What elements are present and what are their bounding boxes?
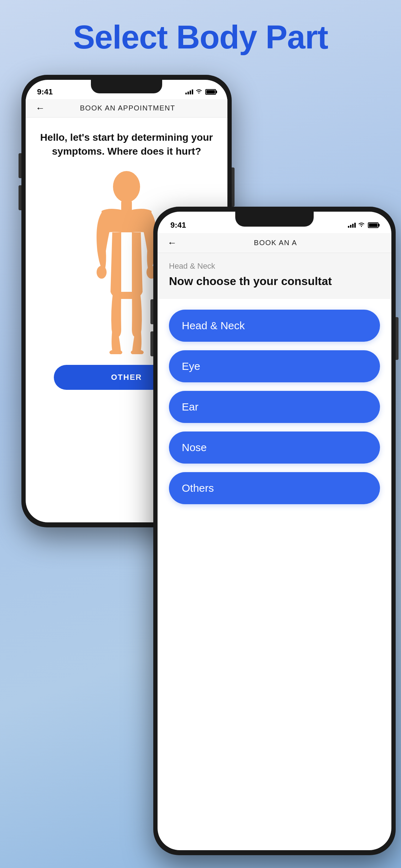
choose-text: Now choose th your consultat: [169, 274, 380, 289]
phone1-nav-title: BOOK AN APPOINTMENT: [52, 104, 203, 112]
signal-bar-4: [354, 223, 356, 228]
page-title: Select Body Part: [0, 19, 401, 56]
phone2-screen: 9:41: [158, 212, 391, 850]
phone2-wifi-icon: [358, 222, 365, 228]
phone1-power-button: [232, 167, 235, 207]
svg-point-2: [97, 266, 107, 279]
phone2-nav-title: BOOK AN A: [184, 239, 367, 247]
phone2-navbar: ← BOOK AN A: [158, 233, 391, 253]
phone2-device: 9:41: [153, 207, 396, 855]
signal-bar-3: [190, 91, 191, 94]
signal-bar-1: [348, 226, 349, 228]
phone2-power-button: [396, 317, 399, 360]
phone2-time: 9:41: [170, 221, 186, 230]
signal-bar-2: [350, 225, 351, 228]
nose-button[interactable]: Nose: [169, 432, 380, 464]
phone1-volume-down-button: [19, 185, 21, 210]
phone1-status-icons: [185, 89, 216, 95]
phone2-volume-up-button: [150, 299, 153, 324]
body-parts-list: Head & Neck Eye Ear Nose Others: [158, 299, 391, 515]
svg-rect-1: [121, 201, 132, 211]
battery-icon: [205, 89, 216, 95]
eye-button[interactable]: Eye: [169, 350, 380, 382]
svg-point-0: [113, 171, 140, 202]
phone2-status-icons: [348, 222, 379, 228]
battery-fill: [206, 90, 215, 94]
phone1-time: 9:41: [37, 87, 53, 97]
signal-bar-4: [192, 89, 193, 94]
phone1-back-button[interactable]: ←: [36, 103, 45, 114]
greeting-text: Hello, let's start by determining your s…: [36, 130, 217, 158]
head-neck-button[interactable]: Head & Neck: [169, 310, 380, 342]
phone2-volume-down-button: [150, 331, 153, 356]
ear-button[interactable]: Ear: [169, 391, 380, 423]
selected-body-part-label: Head & Neck: [169, 262, 380, 271]
signal-bar-2: [187, 92, 189, 94]
phone1-volume-up-button: [19, 153, 21, 178]
phone2-battery-icon: [368, 222, 379, 228]
others-button[interactable]: Others: [169, 472, 380, 504]
battery-fill-2: [369, 223, 377, 227]
wifi-icon: [195, 89, 202, 95]
phone1-notch: [91, 80, 162, 93]
signal-icon: [185, 89, 193, 94]
body-silhouette: [91, 169, 162, 354]
signal-bar-3: [352, 224, 354, 228]
signal-bar-1: [185, 93, 187, 94]
phone2-header: Head & Neck Now choose th your consultat: [158, 253, 391, 299]
phone2-signal-icon: [348, 223, 356, 228]
phone2-notch: [235, 212, 314, 227]
phone2-back-button[interactable]: ←: [168, 237, 177, 248]
phone1-navbar: ← BOOK AN APPOINTMENT: [26, 99, 227, 118]
